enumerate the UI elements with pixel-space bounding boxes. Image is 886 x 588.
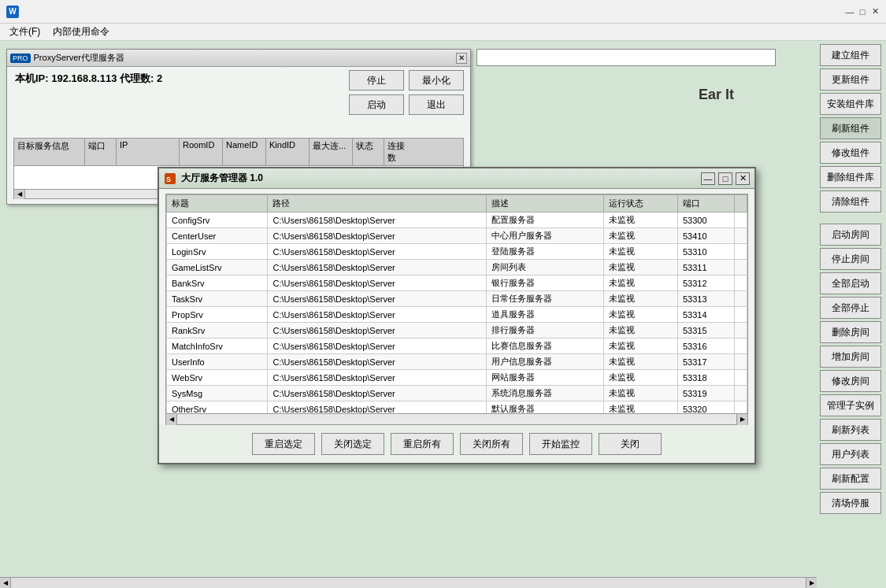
proxy-controls: ✕ (456, 53, 467, 64)
proxy-th-5: KindID (266, 139, 310, 165)
service-bottom-btns: 重启选定 关闭选定 重启所有 关闭所有 开始监控 关闭 (159, 425, 754, 463)
table-cell: 53313 (677, 291, 734, 307)
btn-start-all[interactable]: 全部启动 (820, 272, 881, 294)
proxy-stop-btn[interactable]: 停止 (349, 70, 404, 91)
restart-all-btn[interactable]: 重启所有 (391, 433, 454, 455)
table-row[interactable]: SysMsgC:\Users\86158\Desktop\Server系统消息服… (167, 386, 747, 401)
service-minimize-btn[interactable]: — (701, 172, 715, 185)
service-window-title: 大厅服务管理器 1.0 (181, 172, 263, 185)
table-cell: C:\Users\86158\Desktop\Server (268, 354, 487, 370)
ear-it-label: Ear It (699, 87, 734, 103)
table-cell: 未监视 (603, 276, 677, 291)
btn-start-room[interactable]: 启动房间 (820, 224, 881, 246)
maximize-button[interactable]: □ (858, 7, 867, 17)
service-close-btn[interactable]: ✕ (736, 172, 750, 185)
btn-clear-stop[interactable]: 清场停服 (820, 492, 881, 514)
menu-commands[interactable]: 内部使用命令 (46, 24, 116, 40)
proxy-close-btn[interactable]: ✕ (456, 53, 467, 64)
btn-delete-component-lib[interactable]: 删除组件库 (820, 166, 881, 188)
menu-bar: 文件(F) 内部使用命令 (0, 24, 886, 41)
proxy-exit-btn[interactable]: 退出 (409, 94, 464, 115)
btn-manage-instance[interactable]: 管理子实例 (820, 394, 881, 416)
btn-stop-all[interactable]: 全部停止 (820, 297, 881, 319)
table-cell: 53300 (677, 213, 734, 228)
btn-create-component[interactable]: 建立组件 (820, 44, 881, 66)
proxy-th-0: 目标服务信息 (14, 139, 85, 165)
table-row[interactable]: PropSrvC:\Users\86158\Desktop\Server道具服务… (167, 307, 747, 323)
table-cell: 用户信息服务器 (487, 354, 604, 370)
restart-selected-btn[interactable]: 重启选定 (252, 433, 315, 455)
table-row[interactable]: BankSrvC:\Users\86158\Desktop\Server银行服务… (167, 276, 747, 291)
proxy-start-btn[interactable]: 启动 (349, 94, 404, 115)
btn-update-component[interactable]: 更新组件 (820, 68, 881, 91)
table-cell: LoginSrv (167, 244, 268, 260)
header-input[interactable] (476, 49, 776, 66)
table-cell: 中心用户服务器 (487, 228, 604, 244)
service-title-bar: S 大厅服务管理器 1.0 — □ ✕ (159, 168, 754, 189)
proxy-th-6: 最大连... (310, 139, 353, 165)
menu-file[interactable]: 文件(F) (3, 24, 46, 40)
table-cell: 道具服务器 (487, 307, 604, 323)
table-hscroll[interactable]: ◀ ▶ (165, 414, 748, 425)
table-row[interactable]: CenterUserC:\Users\86158\Desktop\Server中… (167, 228, 747, 244)
svg-text:S: S (166, 176, 171, 183)
btn-refresh-list[interactable]: 刷新列表 (820, 419, 881, 441)
table-row[interactable]: OtherSrvC:\Users\86158\Desktop\Server默认服… (167, 401, 747, 415)
close-button[interactable]: ✕ (870, 7, 880, 17)
main-scroll-right[interactable]: ▶ (806, 578, 817, 589)
table-row[interactable]: LoginSrvC:\Users\86158\Desktop\Server登陆服… (167, 244, 747, 260)
table-cell: 银行服务器 (487, 276, 604, 291)
table-row[interactable]: TaskSrvC:\Users\86158\Desktop\Server日常任务… (167, 291, 747, 307)
table-cell: 网站服务器 (487, 370, 604, 386)
table-cell: ConfigSrv (167, 213, 268, 228)
table-cell: C:\Users\86158\Desktop\Server (268, 370, 487, 386)
table-cell: C:\Users\86158\Desktop\Server (268, 401, 487, 415)
btn-clear-component[interactable]: 清除组件 (820, 190, 881, 213)
table-row[interactable]: RankSrvC:\Users\86158\Desktop\Server排行服务… (167, 323, 747, 338)
close-all-btn[interactable]: 关闭所有 (460, 433, 523, 455)
scroll-left-btn[interactable]: ◀ (14, 190, 25, 199)
close-window-btn[interactable]: 关闭 (599, 433, 662, 455)
minimize-button[interactable]: — (845, 7, 854, 17)
hscroll-right[interactable]: ▶ (736, 414, 747, 425)
table-cell: 未监视 (603, 401, 677, 415)
table-cell: 默认服务器 (487, 401, 604, 415)
table-row[interactable]: UserInfoC:\Users\86158\Desktop\Server用户信… (167, 354, 747, 370)
service-maximize-btn[interactable]: □ (718, 172, 732, 185)
btn-delete-room[interactable]: 删除房间 (820, 321, 881, 343)
proxy-minimize-btn[interactable]: 最小化 (409, 70, 464, 91)
table-cell: 53310 (677, 244, 734, 260)
table-row[interactable]: GameListSrvC:\Users\86158\Desktop\Server… (167, 260, 747, 276)
start-monitor-btn[interactable]: 开始监控 (529, 433, 592, 455)
table-cell-extra (735, 370, 747, 386)
col-path: 路径 (268, 195, 487, 213)
main-scroll-left[interactable]: ◀ (0, 578, 11, 589)
table-cell: 53314 (677, 307, 734, 323)
btn-add-room[interactable]: 增加房间 (820, 346, 881, 368)
proxy-title: ProxyServer代理服务器 (34, 52, 125, 64)
hscroll-left[interactable]: ◀ (166, 414, 177, 425)
table-row[interactable]: MatchInfoSrvC:\Users\86158\Desktop\Serve… (167, 338, 747, 354)
table-cell: 系统消息服务器 (487, 386, 604, 401)
table-row[interactable]: WebSrvC:\Users\86158\Desktop\Server网站服务器… (167, 370, 747, 386)
proxy-th-3: RoomID (180, 139, 223, 165)
btn-modify-room[interactable]: 修改房间 (820, 370, 881, 392)
btn-modify-component[interactable]: 修改组件 (820, 142, 881, 164)
btn-refresh-config[interactable]: 刷新配置 (820, 468, 881, 490)
table-cell: CenterUser (167, 228, 268, 244)
btn-stop-room[interactable]: 停止房间 (820, 248, 881, 270)
btn-refresh-component[interactable]: 刷新组件 (820, 117, 881, 139)
service-window: S 大厅服务管理器 1.0 — □ ✕ 标题 (158, 167, 756, 464)
btn-user-list[interactable]: 用户列表 (820, 443, 881, 465)
btn-install-component-lib[interactable]: 安装组件库 (820, 93, 881, 115)
service-table-wrapper[interactable]: 标题 路径 描述 运行状态 端口 ConfigSrvC:\Users\86158… (165, 194, 748, 414)
close-selected-btn[interactable]: 关闭选定 (321, 433, 384, 455)
sidebar-spacer (820, 215, 883, 221)
window-controls: — □ ✕ (845, 7, 880, 17)
table-cell: TaskSrv (167, 291, 268, 307)
table-cell: C:\Users\86158\Desktop\Server (268, 276, 487, 291)
table-row[interactable]: ConfigSrvC:\Users\86158\Desktop\Server配置… (167, 213, 747, 228)
main-hscroll[interactable]: ◀ ▶ (0, 577, 817, 588)
table-cell: 未监视 (603, 386, 677, 401)
main-content: PRO ProxyServer代理服务器 ✕ 本机IP: 192.168.8.1… (0, 41, 886, 588)
